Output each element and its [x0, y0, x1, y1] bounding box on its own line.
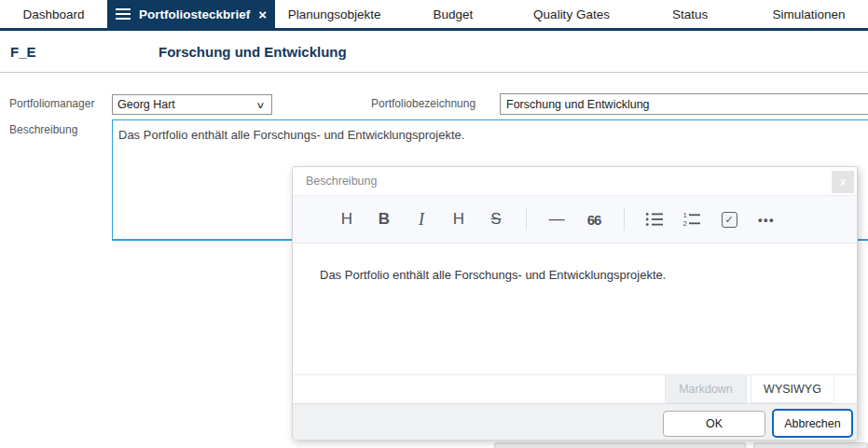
bold-icon[interactable]: B: [371, 203, 397, 235]
italic-icon[interactable]: I: [408, 203, 434, 235]
ok-button[interactable]: OK: [663, 411, 765, 437]
background-element: [494, 442, 746, 448]
checked-checkbox-icon: ✓: [722, 212, 737, 228]
tab-label: Budget: [433, 7, 473, 21]
page-title: Forschung und Entwicklung: [158, 44, 347, 60]
portfoliobezeichnung-input[interactable]: [500, 93, 868, 115]
blockquote-icon[interactable]: 66: [581, 203, 607, 235]
beschreibung-text: Das Portfolio enthält alle Forschungs- u…: [118, 128, 464, 142]
ordered-list-icon[interactable]: 1 2: [679, 203, 705, 235]
tab-dashboard[interactable]: Dashboard: [0, 0, 107, 28]
task-list-icon[interactable]: ✓: [716, 203, 742, 235]
tab-planungsobjekte[interactable]: Planungsobjekte: [275, 0, 393, 28]
editor-text: Das Portfolio enthält alle Forschungs- u…: [320, 268, 666, 282]
bullet-list-icon[interactable]: [641, 203, 668, 235]
hamburger-menu-icon[interactable]: [116, 8, 131, 20]
tab-label: Status: [672, 7, 708, 21]
dialog-header: Beschreibung x: [293, 167, 857, 195]
chevron-down-icon: ∨: [255, 100, 274, 110]
app-window: Dashboard Portfoliosteckbrief × Planungs…: [0, 0, 868, 448]
horizontal-rule-icon[interactable]: —: [544, 203, 570, 235]
dialog-close-icon[interactable]: x: [832, 171, 854, 193]
portfoliobezeichnung-label: Portfoliobezeichnung: [371, 97, 475, 110]
cancel-button[interactable]: Abbrechen: [772, 409, 853, 438]
portfoliomanager-select[interactable]: Georg Hart ∨: [112, 94, 272, 115]
tab-label: Simulationen: [772, 7, 845, 21]
top-tab-bar: Dashboard Portfoliosteckbrief × Planungs…: [0, 0, 868, 28]
toolbar-divider: [526, 208, 527, 231]
beschreibung-label: Beschreibung: [9, 123, 77, 136]
dialog-title: Beschreibung: [306, 175, 377, 188]
background-element: [753, 442, 868, 448]
tab-label: Portfoliosteckbrief: [139, 7, 250, 21]
tab-label: Dashboard: [22, 7, 84, 21]
editor-mode-switch-row: Markdown WYSIWYG: [293, 374, 857, 403]
mode-tab-wysiwyg[interactable]: WYSIWYG: [751, 375, 834, 403]
page-header: F_E Forschung und Entwicklung: [0, 31, 868, 73]
portfolio-code: F_E: [10, 44, 158, 60]
close-tab-icon[interactable]: ×: [258, 7, 267, 21]
svg-text:1: 1: [683, 211, 688, 219]
tab-status[interactable]: Status: [631, 0, 750, 28]
tab-budget[interactable]: Budget: [393, 0, 512, 28]
more-options-icon[interactable]: •••: [753, 203, 779, 235]
beschreibung-editor-dialog: Beschreibung x H B I H S — 66: [292, 166, 858, 440]
tab-quality-gates[interactable]: Quality Gates: [512, 0, 630, 28]
tab-simulationen[interactable]: Simulationen: [750, 0, 868, 28]
toolbar-divider: [624, 208, 625, 231]
svg-text:2: 2: [683, 219, 688, 228]
tab-portfoliosteckbrief[interactable]: Portfoliosteckbrief ×: [107, 0, 275, 28]
tab-label: Quality Gates: [533, 7, 610, 21]
editor-toolbar: H B I H S — 66 1: [293, 195, 857, 244]
tab-label: Planungsobjekte: [288, 7, 381, 21]
portfoliomanager-label: Portfoliomanager: [9, 97, 94, 110]
strikethrough-icon[interactable]: S: [483, 203, 509, 235]
dialog-footer: OK Abbrechen: [293, 403, 857, 440]
editor-mode-tabs: Markdown WYSIWYG: [665, 375, 834, 403]
editor-content-area[interactable]: Das Portfolio enthält alle Forschungs- u…: [293, 245, 857, 374]
mode-tab-markdown[interactable]: Markdown: [665, 375, 747, 403]
portfoliomanager-value: Georg Hart: [113, 98, 258, 111]
heading-icon[interactable]: H: [334, 203, 360, 235]
heading-alt-icon[interactable]: H: [446, 203, 472, 235]
